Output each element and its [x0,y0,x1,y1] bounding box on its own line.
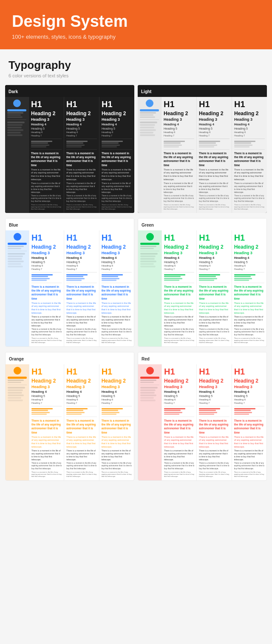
dark-panel: Dark H1 H [5,85,134,213]
red-col-3: H1 Heading 2 Heading 3 Heading 4 Heading… [232,364,266,480]
theme-row-blue-green: Blue H1 Heading 2 Heading 3 [0,216,272,349]
blue-col-1: H1 Heading 2 Heading 3 Heading 4 Heading… [29,230,64,346]
blue-col-2: H1 Heading 2 Heading 3 Heading 4 Heading… [64,230,99,346]
blue-label-text: Blue [9,223,18,227]
blue-panel: Blue H1 Heading 2 Heading 3 [5,218,134,347]
orange-panel: Orange H1 Heading 2 Heading 3 [5,352,134,481]
light-label-text: Light [141,89,151,94]
light-col-1: H1 Heading 2 Heading 3 Heading 4 Heading… [161,97,196,213]
dark-label-text: Dark [8,89,18,94]
theme-row-orange-red: Orange H1 Heading 2 Heading 3 [0,349,272,488]
orange-label-text: Orange [9,357,24,361]
section-subtitle: 6 color versions of text styles [8,73,264,78]
light-sidebar [138,97,161,213]
hero-subtitle: 100+ elements, styles, icons & typograph… [12,34,260,40]
hero-banner: Design System 100+ elements, styles, ico… [0,0,272,49]
green-col-3: H1 Heading 2 Heading 3 Heading 4 Heading… [232,230,266,346]
light-panel: Light H1 Heading 2 [138,85,267,213]
blue-sidebar [6,230,29,346]
light-col-2: H1 Heading 2 Heading 3 Heading 4 Heading… [196,97,232,213]
red-label-text: Red [142,357,150,361]
light-label: Light [138,85,267,97]
green-sidebar [138,230,162,346]
hero-title: Design System [12,13,260,31]
orange-col-2: H1 Heading 2 Heading 3 Heading 4 Heading… [64,364,99,480]
red-col-1: H1 Heading 2 Heading 3 Heading 4 Heading… [162,364,196,480]
orange-col-1: H1 Heading 2 Heading 3 Heading 4 Heading… [29,364,64,480]
red-sidebar [138,364,162,480]
green-col-2: H1 Heading 2 Heading 3 Heading 4 Heading… [196,230,231,346]
dark-col-2: H1 Heading 2 Heading 3 Heading 4 Heading… [64,97,99,213]
green-label-text: Green [142,223,154,227]
section-title: Typography [8,59,264,72]
red-panel: Red H1 Heading 2 Heading 3 [138,352,267,481]
orange-sidebar [6,364,29,480]
dark-sidebar [5,97,28,213]
dark-col-3: H1 Heading 2 Heading 3 Heading 4 Heading… [99,97,134,213]
dark-col-1: H1 Heading 2 Heading 3 Heading 4 Heading… [28,97,64,213]
theme-row-dark-light: Dark H1 H [0,81,272,216]
dark-label: Dark [5,85,134,97]
blue-col-3: H1 Heading 2 Heading 3 Heading 4 Heading… [99,230,134,346]
green-panel: Green H1 Heading 2 Heading 3 [138,218,267,347]
red-col-2: H1 Heading 2 Heading 3 Heading 4 Heading… [196,364,231,480]
green-col-1: H1 Heading 2 Heading 3 Heading 4 Heading… [162,230,196,346]
orange-col-3: H1 Heading 2 Heading 3 Heading 4 Heading… [99,364,134,480]
section-header: Typography 6 color versions of text styl… [0,49,272,81]
light-col-3: H1 Heading 2 Heading 3 Heading 4 Heading… [232,97,267,213]
